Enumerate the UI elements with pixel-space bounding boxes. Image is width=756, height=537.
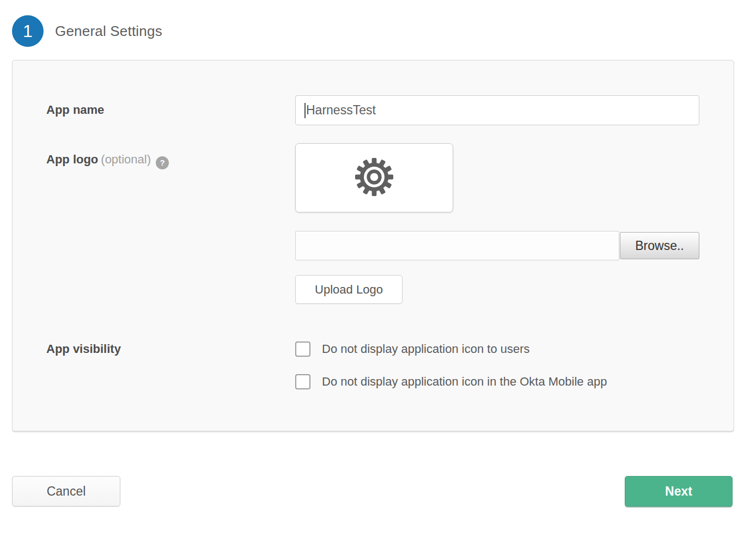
hide-icon-users-option[interactable]: Do not display application icon to users <box>295 341 698 357</box>
app-name-row: App name HarnessTest <box>46 95 698 125</box>
logo-file-row: Browse.. <box>295 231 699 260</box>
step-header: 1 General Settings <box>0 0 756 47</box>
hide-icon-users-label: Do not display application icon to users <box>322 341 530 357</box>
wizard-footer: Cancel Next <box>12 476 733 507</box>
app-logo-preview <box>295 143 453 212</box>
app-logo-row: App logo(optional)? <box>46 143 698 304</box>
app-name-label: App name <box>46 103 104 117</box>
settings-panel: App name HarnessTest App logo(optional)? <box>12 60 734 431</box>
logo-file-input[interactable] <box>295 231 619 260</box>
text-cursor <box>304 103 306 118</box>
hide-icon-users-checkbox[interactable] <box>295 341 310 357</box>
next-button[interactable]: Next <box>625 476 733 507</box>
question-mark-icon[interactable]: ? <box>156 156 169 169</box>
app-logo-label-col: App logo(optional)? <box>46 143 295 169</box>
page-title: General Settings <box>55 23 162 40</box>
upload-logo-button[interactable]: Upload Logo <box>295 275 403 304</box>
step-number-badge: 1 <box>12 15 44 47</box>
gear-icon <box>354 157 394 199</box>
hide-icon-mobile-label: Do not display application icon in the O… <box>322 374 607 389</box>
app-name-label-col: App name <box>46 95 295 118</box>
app-visibility-label-col: App visibility <box>46 341 295 357</box>
app-visibility-row: App visibility Do not display applicatio… <box>46 341 698 389</box>
hide-icon-mobile-option[interactable]: Do not display application icon in the O… <box>295 374 698 389</box>
general-settings-page: 1 General Settings App name HarnessTest … <box>0 0 756 507</box>
app-name-input[interactable]: HarnessTest <box>295 95 699 125</box>
app-name-value: HarnessTest <box>306 103 376 118</box>
browse-button[interactable]: Browse.. <box>620 232 699 259</box>
app-logo-label: App logo <box>46 152 98 166</box>
app-visibility-label: App visibility <box>46 342 121 356</box>
cancel-button[interactable]: Cancel <box>12 476 120 507</box>
hide-icon-mobile-checkbox[interactable] <box>295 374 310 389</box>
app-logo-optional-note: (optional) <box>101 152 151 166</box>
